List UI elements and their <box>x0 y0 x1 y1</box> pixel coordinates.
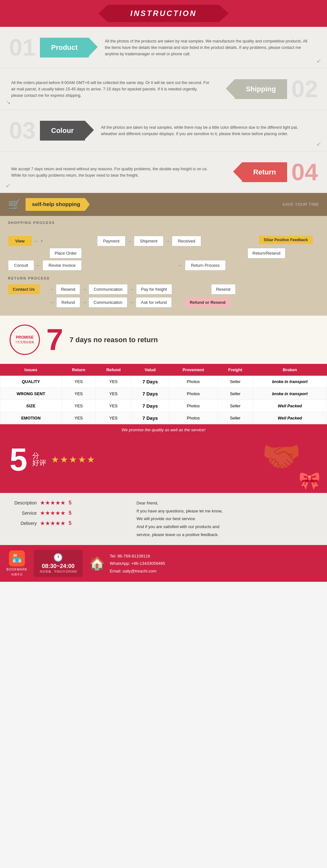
footer-time-block: 🕐 08:30~24:00 淘宝客服，节假日不定时间段 <box>34 550 83 577</box>
instruction-header: INSTRUCTION <box>0 0 327 27</box>
td-issue-1: QUALITY <box>0 376 62 388</box>
td-return-2: YES <box>62 388 96 400</box>
page-title: INSTRUCTION <box>130 9 197 18</box>
td-prov-2: Photos <box>169 388 218 400</box>
friend-text-line-4: And if you are satisfied with our produc… <box>137 523 318 531</box>
five-star-badge: 5Star Positive Feedback <box>259 236 313 244</box>
rating-stars-2: ★★★★★ <box>40 509 65 517</box>
td-broken-3: Well Packed <box>253 400 327 412</box>
flow-section: SHOPPING PROCESS 5Star Positive Feedback… <box>0 216 327 316</box>
node-view: View <box>8 236 32 246</box>
node-resend2: Resend <box>211 284 236 294</box>
silhouette-decoration: 🤝 <box>262 440 301 472</box>
table-footer: We promise the quality as well as the se… <box>0 424 327 435</box>
promise-headline: 7 days no reason to return <box>70 336 158 344</box>
section-02-number: 02 <box>287 77 322 101</box>
section-04: 04 Return We accept 7 days return and re… <box>0 151 327 193</box>
footer-contact-info: Tel: 86-769-81109116 WhatsApp: +86-13433… <box>110 552 165 575</box>
td-issue-2: WRONG SENT <box>0 388 62 400</box>
td-valud-2: 7 Days <box>131 388 169 400</box>
footer-time-value: 08:30~24:00 <box>42 563 75 569</box>
section-01-arrow <box>89 38 98 56</box>
section-03: 03 Colour All the photos are taken by re… <box>0 110 327 151</box>
node-comm2: Communication <box>89 297 127 308</box>
promise-badge-text: PROMISE <box>16 335 34 340</box>
td-return-4: YES <box>62 412 96 424</box>
rating-label-2: Service <box>9 510 37 516</box>
section-02-description: All the orders placed before 9:00AM GMT+… <box>5 76 226 102</box>
promise-badge-sub: 7天无理由退换 <box>15 340 34 344</box>
footer-bookmark-label: BOOKMARK <box>6 568 28 571</box>
footer-email: Email: sally@treachi.com <box>110 567 165 575</box>
friend-text-line-5: service, please leave us a positive feed… <box>137 531 318 539</box>
td-valud-4: 7 Days <box>131 412 169 424</box>
section-03-label-wrap: Colour <box>40 121 85 141</box>
section-01-label-wrap: Product <box>40 38 89 58</box>
node-revise-invoice: Revise Invoice <box>42 260 82 271</box>
td-broken-1: broke in transport <box>253 376 327 388</box>
node-consult: Consult <box>8 260 34 271</box>
ratings-right: Dear friend, If you have any questions, … <box>137 499 318 539</box>
table-row: EMOTION YES YES 7 Days Photos Seller Wel… <box>0 412 327 424</box>
arrow-1: → <box>34 238 39 244</box>
node-ask-refund: Ask for refund <box>136 297 172 308</box>
td-broken-2: broke in transport <box>253 388 327 400</box>
footer-chinese-label: 收藏本店 <box>11 572 23 577</box>
section-01-label: Product <box>40 38 89 58</box>
friend-text-line-1: Dear friend, <box>137 499 318 507</box>
arrow-rp6: → <box>129 300 134 305</box>
section-02-arrow <box>226 79 235 98</box>
arrow-rp3: → <box>129 286 134 292</box>
node-received: Received <box>172 236 201 246</box>
section-04-label: Return <box>242 162 287 182</box>
arrow-rp2: → <box>82 286 87 292</box>
node-resend1: Resend <box>56 284 80 294</box>
footer-bookmark[interactable]: 🏪 BOOKMARK 收藏本店 <box>6 551 28 577</box>
node-refund: Refund <box>56 297 80 308</box>
table-row: WRONG SENT YES YES 7 Days Photos Seller … <box>0 388 327 400</box>
td-refund-1: YES <box>96 376 131 388</box>
arrow-rp5: → <box>82 300 87 305</box>
td-prov-3: Photos <box>169 400 218 412</box>
fen-text: 分 <box>32 453 46 459</box>
arrow-rp4: → <box>50 300 55 305</box>
td-prov-1: Photos <box>169 376 218 388</box>
td-freight-1: Seller <box>218 376 253 388</box>
friend-text-line-2: If you have any questions, please let me… <box>137 507 318 515</box>
td-refund-4: YES <box>96 412 131 424</box>
arrow-2: ▼ <box>40 239 43 243</box>
rating-row-3: Delivery ★★★★★ 5 <box>9 520 130 527</box>
node-return-process: Return Process <box>185 260 226 271</box>
node-shipment: Shipment <box>134 236 164 246</box>
rating-section: 5 分 好评 ★★★★★ 🤝 🎀 <box>0 435 327 493</box>
promise-badge: PROMISE 7天无理由退换 <box>9 324 40 355</box>
section-02-label-wrap: Shipping <box>226 79 287 99</box>
corner-arrow-01: ↙ <box>317 57 321 64</box>
fen-haoping-text: 分 好评 <box>32 453 46 466</box>
section-03-label: Colour <box>40 121 85 141</box>
corner-arrow-03: ↙ <box>317 140 321 147</box>
node-return-resend: Return/Resend <box>248 248 286 258</box>
section-03-arrow <box>85 121 94 139</box>
td-refund-2: YES <box>96 388 131 400</box>
footer-whatsapp: WhatsApp: +86-13433059465 <box>110 560 165 567</box>
rating-stars-1: ★★★★★ <box>40 499 65 506</box>
node-pay-freight: Pay for freight <box>136 284 172 294</box>
arrow-6: ← <box>178 262 183 268</box>
ribbon: INSTRUCTION <box>98 5 229 22</box>
rp-rows: Contact Us → Resend → Communication → Pa… <box>8 284 319 308</box>
footer: 🏪 BOOKMARK 收藏本店 🕐 08:30~24:00 淘宝客服，节假日不定… <box>0 545 327 582</box>
section-01: 01 Product All the photos of the product… <box>0 27 327 68</box>
arrow-rp1: → <box>49 286 54 292</box>
promise-table: Issues Return Refund Valud Provement Fre… <box>0 364 327 424</box>
footer-tel: Tel: 86-769-81109116 <box>110 552 165 560</box>
section-04-number: 04 <box>287 160 322 184</box>
arrow-4: → <box>165 238 170 244</box>
th-return: Return <box>62 364 96 376</box>
sp-row2: Place Order Return/Resend <box>8 248 319 258</box>
td-valud-1: 7 Days <box>131 376 169 388</box>
rating-score-2: 5 <box>69 510 71 516</box>
node-refund-resend: Refund or Resend <box>185 298 230 307</box>
node-place-order: Place Order <box>50 248 82 258</box>
table-header-row: Issues Return Refund Valud Provement Fre… <box>0 364 327 376</box>
